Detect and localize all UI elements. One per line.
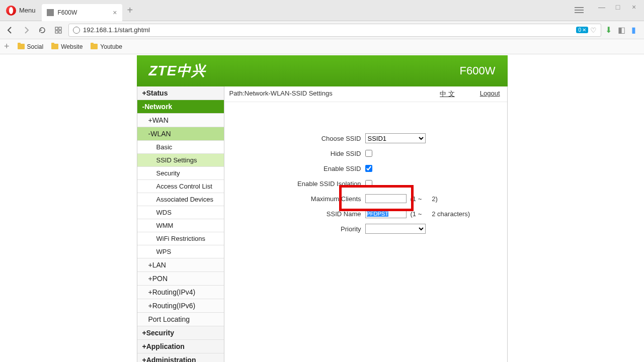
folder-icon <box>91 44 98 49</box>
svg-rect-3 <box>59 31 61 33</box>
opera-icon <box>6 6 16 16</box>
extension-icon[interactable]: ◧ <box>618 25 625 35</box>
bookmark-youtube[interactable]: Youtube <box>91 43 122 50</box>
svg-rect-2 <box>55 31 58 33</box>
max-clients-hint-left: (1 ~ <box>411 195 422 203</box>
adblock-badge[interactable]: 0✕ <box>576 27 588 33</box>
priority-label: Priority <box>239 225 365 233</box>
sidebar-item-port-locating[interactable]: Port Locating <box>137 313 224 326</box>
folder-icon <box>18 44 25 49</box>
model-name: F600W <box>460 64 496 77</box>
maximize-button[interactable]: □ <box>612 2 624 12</box>
ssid-name-hint-left: (1 ~ <box>411 210 422 218</box>
reload-button[interactable] <box>36 24 48 36</box>
priority-select[interactable] <box>365 224 426 234</box>
bookmark-social[interactable]: Social <box>18 43 44 50</box>
breadcrumb: Path:Network-WLAN-SSID Settings <box>229 89 333 99</box>
max-clients-label: Maximum Clients <box>239 195 365 203</box>
sidebar-item-routing-ipv4[interactable]: +Routing(IPv4) <box>137 286 224 299</box>
download-icon[interactable]: ⬇ <box>605 25 612 35</box>
sidebar-item-ssid-settings[interactable]: SSID Settings <box>137 154 224 167</box>
sidebar-item-administration[interactable]: +Administration <box>137 353 224 362</box>
bookmark-website[interactable]: Website <box>51 43 83 50</box>
max-clients-input[interactable] <box>365 194 407 203</box>
enable-ssid-label: Enable SSID <box>239 165 365 172</box>
logout-link[interactable]: Logout <box>480 89 500 99</box>
sidebar-item-associated-devices[interactable]: Associated Devices <box>137 193 224 206</box>
zte-logo: ZTE中兴 <box>149 61 206 80</box>
svg-rect-0 <box>55 27 58 30</box>
enable-isolation-label: Enable SSID Isolation <box>239 180 365 188</box>
hide-ssid-checkbox[interactable] <box>365 150 372 157</box>
sidebar-icon[interactable]: ▮ <box>631 25 636 35</box>
opera-menu-button[interactable]: Menu <box>0 0 42 21</box>
address-bar[interactable]: 192.168.1.1/start.ghtml 0✕ ♡ <box>68 24 601 37</box>
ssid-name-input[interactable]: PFDPST <box>365 209 407 218</box>
max-clients-hint-right: 2) <box>432 195 438 203</box>
forward-button[interactable] <box>20 24 32 36</box>
browser-tab[interactable]: F600W × <box>42 4 122 21</box>
choose-ssid-select[interactable]: SSID1 <box>365 133 426 143</box>
folder-icon <box>51 44 58 49</box>
ssid-name-hint-right: 2 characters) <box>432 210 470 218</box>
sidebar-item-network[interactable]: -Network <box>137 100 224 114</box>
page-icon <box>47 9 54 16</box>
sidebar-item-basic[interactable]: Basic <box>137 141 224 154</box>
sidebar-item-security[interactable]: +Security <box>137 326 224 340</box>
choose-ssid-label: Choose SSID <box>239 135 365 142</box>
minimize-button[interactable]: — <box>596 2 608 12</box>
globe-icon <box>73 27 80 34</box>
sidebar-item-wps[interactable]: WPS <box>137 245 224 258</box>
sidebar-item-lan[interactable]: +LAN <box>137 258 224 272</box>
speed-dial-button[interactable] <box>52 24 64 36</box>
hide-ssid-label: Hide SSID <box>239 150 365 157</box>
tab-title: F600W <box>58 9 77 16</box>
new-tab-button[interactable]: + <box>122 5 138 16</box>
sidebar-item-status[interactable]: +Status <box>137 86 224 100</box>
menu-label: Menu <box>19 7 36 14</box>
ssid-name-label: SSID Name <box>239 210 365 218</box>
language-link[interactable]: 中 文 <box>440 89 455 99</box>
sidebar-item-wan[interactable]: +WAN <box>137 114 224 127</box>
sidebar: +Status -Network +WAN -WLAN Basic SSID S… <box>137 86 224 362</box>
back-button[interactable] <box>4 24 16 36</box>
sidebar-item-routing-ipv6[interactable]: +Routing(IPv6) <box>137 299 224 313</box>
sidebar-item-acl[interactable]: Access Control List <box>137 180 224 193</box>
router-header: ZTE中兴 F600W <box>137 55 508 86</box>
url-text: 192.168.1.1/start.ghtml <box>83 26 573 34</box>
sidebar-item-pon[interactable]: +PON <box>137 272 224 286</box>
sidebar-item-application[interactable]: +Application <box>137 340 224 353</box>
enable-ssid-checkbox[interactable] <box>365 165 372 172</box>
svg-rect-1 <box>59 27 61 30</box>
sidebar-item-wds[interactable]: WDS <box>137 206 224 219</box>
add-bookmark-button[interactable]: + <box>4 41 10 52</box>
easy-setup-icon[interactable] <box>575 7 584 13</box>
sidebar-item-wlan[interactable]: -WLAN <box>137 127 224 141</box>
bookmark-heart-icon[interactable]: ♡ <box>590 26 597 34</box>
sidebar-item-wifi-restrictions[interactable]: WiFi Restrictions <box>137 232 224 245</box>
enable-isolation-checkbox[interactable] <box>365 180 372 187</box>
close-window-button[interactable]: × <box>628 2 640 12</box>
sidebar-item-wmm[interactable]: WMM <box>137 219 224 232</box>
close-tab-icon[interactable]: × <box>113 9 117 17</box>
sidebar-item-security-wlan[interactable]: Security <box>137 167 224 180</box>
